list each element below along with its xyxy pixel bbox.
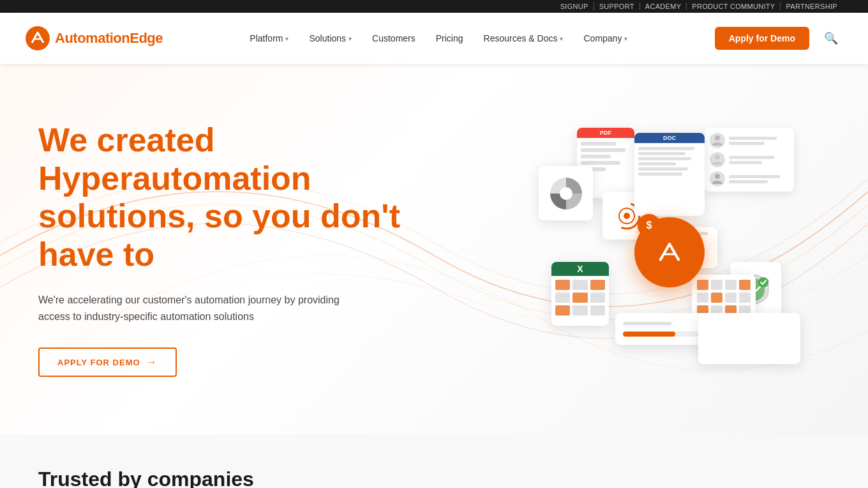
dollar-badge: $ — [638, 214, 661, 237]
user-avatar-3 — [710, 171, 725, 187]
topbar-partnership[interactable]: PARTNERSHIP — [781, 3, 842, 10]
trusted-title: Trusted by companies large and small — [38, 466, 830, 488]
hero-demo-button[interactable]: APPLY FOR DEMO → — [38, 347, 177, 377]
hero-subtitle: We're accelerating our customer's automa… — [38, 292, 370, 324]
resources-chevron-icon: ▾ — [560, 35, 563, 42]
arrow-right-icon: → — [147, 356, 158, 368]
center-logo-icon — [654, 236, 685, 268]
search-icon: 🔍 — [824, 31, 838, 45]
navbar: AutomationEdge Platform ▾ Solutions ▾ Cu… — [0, 13, 868, 64]
svg-point-8 — [715, 174, 720, 179]
pdf-label: PDF — [577, 128, 634, 138]
hero-section: We created Hyperautomation solutions, so… — [0, 64, 868, 434]
user-row-1 — [710, 133, 789, 148]
pie-chart-card — [539, 166, 593, 220]
nav-right: Apply for Demo 🔍 — [715, 27, 842, 50]
excel-label: X — [551, 262, 609, 276]
hero-illustration: PDF — [477, 64, 868, 434]
nav-item-pricing[interactable]: Pricing — [427, 28, 472, 49]
illustration-cards: PDF — [539, 115, 807, 383]
svg-point-2 — [560, 187, 572, 200]
progress-bar-background — [623, 332, 703, 337]
bar-chart-card — [698, 313, 800, 364]
user-avatar-1 — [710, 133, 725, 148]
hero-content: We created Hyperautomation solutions, so… — [0, 64, 477, 434]
nav-item-customers[interactable]: Customers — [363, 28, 424, 49]
svg-point-7 — [715, 155, 720, 160]
top-bar: SIGNUP SUPPORT ACADEMY PRODUCT COMMUNITY… — [0, 0, 868, 13]
solutions-chevron-icon: ▾ — [348, 35, 352, 42]
topbar-signup[interactable]: SIGNUP — [555, 3, 594, 10]
doc-label: DOC — [634, 133, 705, 143]
doc-card: DOC — [634, 133, 705, 216]
platform-chevron-icon: ▾ — [285, 35, 288, 42]
progress-card — [615, 313, 711, 345]
svg-point-5 — [624, 213, 630, 219]
user-row-3 — [710, 171, 789, 187]
hero-title: We created Hyperautomation solutions, so… — [38, 121, 452, 274]
trusted-section: Trusted by companies large and small — [0, 434, 868, 488]
user-avatar-2 — [710, 152, 725, 167]
users-card — [705, 128, 794, 192]
search-button[interactable]: 🔍 — [819, 27, 842, 50]
nav-item-platform[interactable]: Platform ▾ — [241, 28, 297, 49]
hero-cta-label: APPLY FOR DEMO — [57, 358, 140, 367]
nav-links: Platform ▾ Solutions ▾ Customers Pricing… — [241, 28, 636, 49]
apply-demo-button[interactable]: Apply for Demo — [715, 27, 809, 50]
topbar-academy[interactable]: ACADEMY — [640, 3, 687, 10]
progress-bar-fill — [623, 332, 675, 337]
svg-point-9 — [758, 277, 768, 287]
user-row-2 — [710, 152, 789, 167]
nav-item-resources[interactable]: Resources & Docs ▾ — [475, 28, 572, 49]
logo[interactable]: AutomationEdge — [26, 26, 163, 50]
nav-item-solutions[interactable]: Solutions ▾ — [300, 28, 361, 49]
company-chevron-icon: ▾ — [624, 35, 627, 42]
nav-item-company[interactable]: Company ▾ — [574, 28, 636, 49]
topbar-support[interactable]: SUPPORT — [594, 3, 640, 10]
excel-card: X — [551, 262, 609, 326]
logo-text: AutomationEdge — [55, 30, 163, 47]
svg-point-6 — [715, 135, 720, 141]
pie-chart-icon — [547, 174, 585, 213]
logo-icon — [26, 26, 50, 50]
topbar-product-community[interactable]: PRODUCT COMMUNITY — [687, 3, 781, 10]
